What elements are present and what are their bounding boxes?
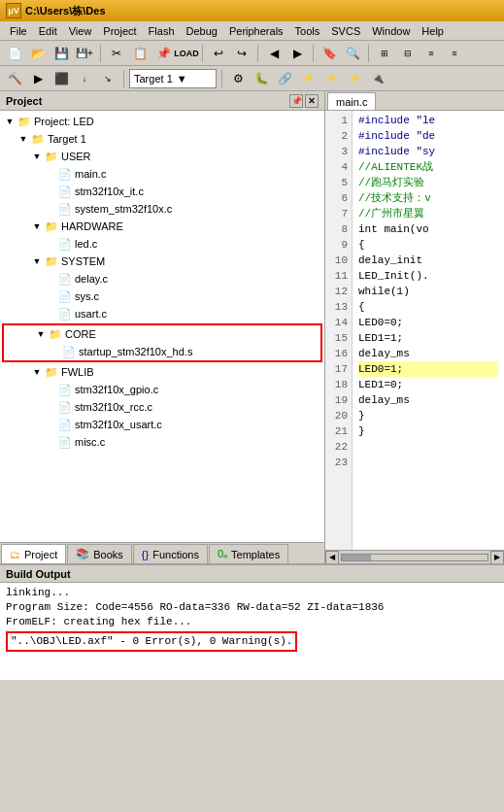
redo-btn[interactable]: ↪	[231, 43, 252, 64]
target-options-btn[interactable]: ⚙	[227, 68, 249, 89]
menu-project[interactable]: Project	[97, 23, 142, 39]
menu-svcs[interactable]: SVCS	[325, 23, 366, 39]
tree-item[interactable]: ▼📁USER	[0, 148, 324, 165]
paste-btn[interactable]: 📌	[152, 43, 174, 64]
tree-item[interactable]: 📄stm32f10x_it.c	[0, 183, 324, 200]
save-btn[interactable]: 💾	[50, 43, 72, 64]
undo-btn[interactable]: ↩	[208, 43, 229, 64]
file-icon: 📄	[58, 436, 72, 449]
build-line: linking...	[6, 586, 498, 600]
menu-flash[interactable]: Flash	[143, 23, 181, 39]
menu-view[interactable]: View	[63, 23, 98, 39]
tree-item[interactable]: ▼📁HARDWARE	[0, 218, 324, 235]
panel-close-btn[interactable]: ✕	[305, 94, 319, 108]
step-btn[interactable]: ↓	[74, 68, 95, 89]
code-tab-main[interactable]: main.c	[327, 92, 376, 110]
h-scrollbar[interactable]: ◀ ▶	[325, 550, 504, 563]
target-dropdown[interactable]: Target 1 ▼	[129, 69, 217, 88]
file-icon: 📄	[58, 419, 72, 431]
code-text-span: LED_Init().	[358, 268, 429, 284]
tree-item[interactable]: ▼📁FWLIB	[0, 363, 324, 381]
scroll-track[interactable]	[341, 554, 488, 561]
tree-item[interactable]: 📄usart.c	[0, 305, 324, 322]
tab-project[interactable]: 🗂 Project	[1, 544, 66, 563]
cut-btn[interactable]: ✂	[106, 43, 127, 64]
tree-item[interactable]: 📄misc.c	[0, 433, 324, 451]
tree-item[interactable]: 📄stm32f10x_usart.c	[0, 416, 324, 433]
nav-back-btn[interactable]: ◀	[263, 43, 285, 64]
stop-btn[interactable]: ⬛	[50, 68, 72, 89]
tab-functions-label: Functions	[152, 549, 199, 560]
expand-icon[interactable]: ▼	[31, 220, 43, 232]
load-btn[interactable]: LOAD	[176, 43, 197, 64]
tab-books[interactable]: 📚 Books	[67, 544, 132, 563]
sep4	[313, 45, 314, 62]
code-line: #include "le	[358, 113, 498, 128]
code-tab-label: main.c	[336, 96, 367, 108]
tool6[interactable]: 🔌	[367, 68, 388, 89]
find-btn[interactable]: 🔍	[342, 43, 363, 64]
outdent-btn[interactable]: ⊟	[397, 43, 419, 64]
tab-templates[interactable]: 0ₐ Templates	[209, 544, 288, 563]
tool5[interactable]: ⚡	[344, 68, 365, 89]
build-btn[interactable]: 🔨	[4, 68, 25, 89]
expand-icon[interactable]: ▼	[31, 255, 43, 267]
expand-icon[interactable]: ▼	[31, 151, 43, 162]
expand-icon[interactable]: ▼	[35, 328, 47, 340]
attach-btn[interactable]: 🔗	[274, 68, 295, 89]
tree-item[interactable]: 📄startup_stm32f10x_hd.s	[4, 343, 320, 360]
menu-window[interactable]: Window	[366, 23, 416, 39]
tree-item[interactable]: 📄system_stm32f10x.c	[0, 200, 324, 218]
debug-target-btn[interactable]: 🐛	[251, 68, 272, 89]
menu-peripherals[interactable]: Peripherals	[223, 23, 289, 39]
code-text-span: LED1=0;	[358, 377, 403, 392]
tree-item[interactable]: ▼📁SYSTEM	[0, 253, 324, 270]
align-btn2[interactable]: ≡	[444, 43, 465, 64]
tree-item[interactable]: 📄stm32f10x_gpio.c	[0, 381, 324, 398]
tree-item[interactable]: ▼📁Project: LED	[0, 113, 324, 130]
tab-functions[interactable]: {} Functions	[133, 544, 208, 563]
new-file-btn[interactable]: 📄	[4, 43, 25, 64]
tree-item[interactable]: 📄led.c	[0, 235, 324, 253]
menu-debug[interactable]: Debug	[181, 23, 223, 39]
tree-label: CORE	[65, 328, 96, 340]
folder-icon: 📁	[45, 151, 58, 163]
scroll-thumb[interactable]	[342, 555, 371, 560]
menu-edit[interactable]: Edit	[33, 23, 63, 39]
nav-fwd-btn[interactable]: ▶	[286, 43, 308, 64]
code-line: #include "sy	[358, 144, 498, 159]
save-all-btn[interactable]: 💾+	[74, 43, 95, 64]
panel-pin-btn[interactable]: 📌	[289, 94, 303, 108]
code-text-span: {	[358, 237, 365, 253]
menu-help[interactable]: Help	[416, 23, 450, 39]
code-line: }	[358, 408, 498, 423]
scroll-right-btn[interactable]: ▶	[490, 551, 504, 564]
build-error-line: "..\OBJ\LED.axf" - 0 Error(s), 0 Warning…	[6, 631, 297, 652]
open-btn[interactable]: 📂	[27, 43, 49, 64]
tree-item[interactable]: 📄main.c	[0, 165, 324, 183]
menu-file[interactable]: File	[4, 23, 33, 39]
tool4[interactable]: ⚡	[320, 68, 342, 89]
code-text[interactable]: #include "le#include "de#include "sy//AL…	[353, 111, 504, 550]
expand-icon[interactable]: ▼	[4, 116, 16, 127]
tree-item[interactable]: ▼📁CORE	[4, 325, 320, 343]
tree-item[interactable]: 📄sys.c	[0, 288, 324, 305]
tree-area[interactable]: ▼📁Project: LED▼📁Target 1▼📁USER📄main.c📄st…	[0, 111, 324, 542]
code-line: //跑马灯实验	[358, 175, 498, 190]
tool3[interactable]: ⚡	[297, 68, 319, 89]
tree-item[interactable]: 📄stm32f10x_rcc.c	[0, 398, 324, 416]
tree-item[interactable]: ▼📁Target 1	[0, 130, 324, 148]
bookmark-btn[interactable]: 🔖	[319, 43, 340, 64]
scroll-left-btn[interactable]: ◀	[325, 551, 339, 564]
run-btn[interactable]: ▶	[27, 68, 49, 89]
code-content[interactable]: 1234567891011121314151617181920212223 #i…	[325, 111, 504, 550]
expand-icon[interactable]: ▼	[17, 133, 29, 145]
copy-btn[interactable]: 📋	[129, 43, 151, 64]
step-over-btn[interactable]: ↘	[97, 68, 118, 89]
indent-btn[interactable]: ⊞	[374, 43, 395, 64]
tree-item[interactable]: 📄delay.c	[0, 270, 324, 288]
tree-label: usart.c	[75, 308, 107, 320]
expand-icon[interactable]: ▼	[31, 366, 43, 378]
menu-tools[interactable]: Tools	[289, 23, 326, 39]
align-btn1[interactable]: ≡	[420, 43, 442, 64]
